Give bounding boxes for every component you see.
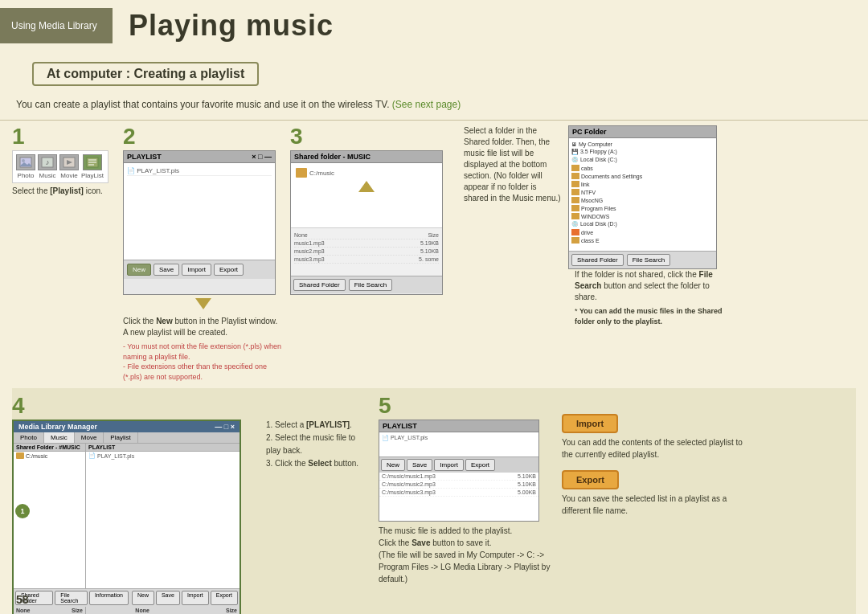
music-icon-box: ♪ Music <box>38 154 57 179</box>
step-3-content: C:/music <box>291 163 442 227</box>
step-4-block: 4 Media Library Manager — □ × Photo Musi… <box>12 395 253 614</box>
step-1-icon-bar: Photo ♪ Music Movie <box>12 150 108 183</box>
top-steps-row: 1 Photo ♪ Music <box>12 125 856 382</box>
header: Using Media Library Playing music <box>0 0 868 47</box>
photo-icon <box>16 154 35 170</box>
step-2-desc: Click the New button in the Playlist win… <box>123 316 284 338</box>
intro-text: You can create a playlist that contains … <box>16 97 852 112</box>
playlist-icon <box>83 154 102 170</box>
file-row: C:/music/music1.mp35.10KB <box>379 473 538 481</box>
step-4-desc: 1. Select a [PLAYLIST]. 2. Select the mu… <box>266 419 372 470</box>
photo-icon-box: Photo <box>16 154 35 179</box>
import-section: Import You can add the contents of the s… <box>562 411 747 460</box>
pc-file-search-button[interactable]: File Search <box>627 254 670 266</box>
export-section: Export You can save the selected list in… <box>562 467 747 517</box>
tree-item: cabs <box>571 164 714 172</box>
mlm-shared-title: Shared Folder - #MUSIC <box>14 444 85 452</box>
file-row: music3.mp35. some <box>294 256 439 264</box>
tree-item: NTFV <box>571 188 714 196</box>
tree-item: 💾 3.5 Floppy (A:) <box>571 148 714 156</box>
step-1-number: 1 <box>12 125 117 148</box>
export-big-button[interactable]: Export <box>562 470 619 489</box>
mlm-playlist-item: 📄 PLAY_LIST.pls <box>86 452 240 460</box>
arrow-up-icon <box>358 181 375 192</box>
step-5-window: PLAYLIST 📄 PLAY_LIST.pls New Save Import… <box>379 420 539 522</box>
shared-folder-button[interactable]: Shared Folder <box>293 279 346 291</box>
tree-item: Documents and Settings <box>571 172 714 180</box>
step-2-number: 2 <box>123 125 284 148</box>
step5-new-btn[interactable]: New <box>381 459 405 471</box>
file-row: music1.mp35.19KB <box>294 239 439 248</box>
step-5-playlist-item: 📄 PLAY_LIST.pls <box>382 435 536 441</box>
step-2-window-content: 📄 PLAY_LIST.pls <box>124 163 275 260</box>
tab-music[interactable]: Music <box>44 432 75 443</box>
folder-item: C:/music <box>294 166 439 179</box>
mlm-file-list <box>86 460 240 508</box>
page-number: 58 <box>16 593 29 606</box>
step-5-buttons: New Save Import Export <box>379 456 538 473</box>
step5-save-btn[interactable]: Save <box>407 459 432 471</box>
step-2-playlist-window: PLAYLIST × □ — 📄 PLAY_LIST.pls New Save … <box>123 150 276 295</box>
step-5-right-col: Import You can add the contents of the s… <box>562 395 747 517</box>
tree-item: Program Files <box>571 204 714 212</box>
file-search-button[interactable]: File Search <box>349 279 392 291</box>
step-5-playlist: 📄 PLAY_LIST.pls <box>379 432 538 456</box>
svg-point-1 <box>22 159 25 162</box>
step-2-note: - You must not omit the file extension (… <box>123 342 284 382</box>
mlm-playlist-section: PLAYLIST <box>86 444 240 452</box>
step-4-number: 4 <box>12 395 253 417</box>
step-3r-note: * You can add the music files in the Sha… <box>575 306 729 326</box>
pc-folder-title: PC Folder <box>569 126 716 138</box>
pc-shared-folder-button[interactable]: Shared Folder <box>571 254 624 266</box>
step-3-window-title: Shared folder - MUSIC <box>291 151 442 163</box>
tree-item: class E <box>571 236 714 244</box>
file-row: music2.mp35.10KB <box>294 248 439 256</box>
step-4-desc-col: 1. Select a [PLAYLIST]. 2. Select the mu… <box>260 395 372 470</box>
svg-text:♪: ♪ <box>46 158 50 166</box>
step-3-buttons: Shared Folder File Search <box>291 276 442 293</box>
tab-movie[interactable]: Move <box>75 432 104 443</box>
import-desc: You can add the contents of the selected… <box>562 436 747 460</box>
tree-item: 💿 Local Disk (D:) <box>571 220 714 228</box>
step5-import-btn[interactable]: Import <box>434 459 464 471</box>
new-button[interactable]: New <box>127 264 151 276</box>
folder-icon <box>16 452 24 459</box>
tab-photo[interactable]: Photo <box>14 432 44 443</box>
step-5-number: 5 <box>379 395 555 417</box>
tree-item: link <box>571 180 714 188</box>
file-row: NoneSize <box>294 231 439 239</box>
step-3-desc: Select a folder in the Shared folder. Th… <box>464 125 562 204</box>
tree-item: MsocNG <box>571 196 714 204</box>
step-2-block: 2 PLAYLIST × □ — 📄 PLAY_LIST.pls New Sav… <box>123 125 284 382</box>
movie-icon-box: Movie <box>59 154 79 179</box>
playlist-icon-box: PlayList <box>81 154 104 179</box>
step-5-block: 5 PLAYLIST 📄 PLAY_LIST.pls New Save Impo… <box>379 395 555 585</box>
pc-folder-window: PC Folder 🖥 My Computer 💾 3.5 Floppy (A:… <box>568 125 717 269</box>
step-3r-desc: If the folder is not shared, click the F… <box>575 269 729 303</box>
tree-item: 🖥 My Computer <box>571 141 714 148</box>
page-title: Playing music <box>129 9 334 43</box>
mlm-folder-item: C:/music <box>14 452 85 460</box>
step-3-file-list: NoneSize music1.mp35.19KB music2.mp35.10… <box>291 227 442 276</box>
export-button[interactable]: Export <box>214 264 244 276</box>
tab-playlist[interactable]: Playlist <box>104 432 137 443</box>
step-5-save-text: The music file is added to the playlist.… <box>379 525 555 585</box>
folder-icon <box>296 168 307 178</box>
tree-item: 💿 Local Disk (C:) <box>571 156 714 164</box>
step-5-file-list: C:/music/music1.mp35.10KB C:/music/music… <box>379 473 538 521</box>
save-button[interactable]: Save <box>154 264 179 276</box>
arrow-down-icon <box>195 298 211 309</box>
step-1-label: Select the [Playlist] icon. <box>12 186 117 195</box>
export-desc: You can save the selected list in a play… <box>562 493 747 517</box>
mlm-title: Media Library Manager — □ × <box>14 421 240 432</box>
tree-item: WINDOWS <box>571 212 714 220</box>
step-1-block: 1 Photo ♪ Music <box>12 125 117 195</box>
import-big-button[interactable]: Import <box>562 414 618 433</box>
step-3-block: 3 Shared folder - MUSIC C:/music NoneSiz… <box>290 125 451 326</box>
file-row: C:/music/music2.mp35.10KB <box>379 481 538 489</box>
import-button[interactable]: Import <box>182 264 211 276</box>
step-3-window: Shared folder - MUSIC C:/music NoneSize … <box>290 150 443 295</box>
step5-export-btn[interactable]: Export <box>465 459 495 471</box>
step-5-title: PLAYLIST <box>379 420 538 432</box>
playlist-item: 📄 PLAY_LIST.pls <box>127 166 272 176</box>
